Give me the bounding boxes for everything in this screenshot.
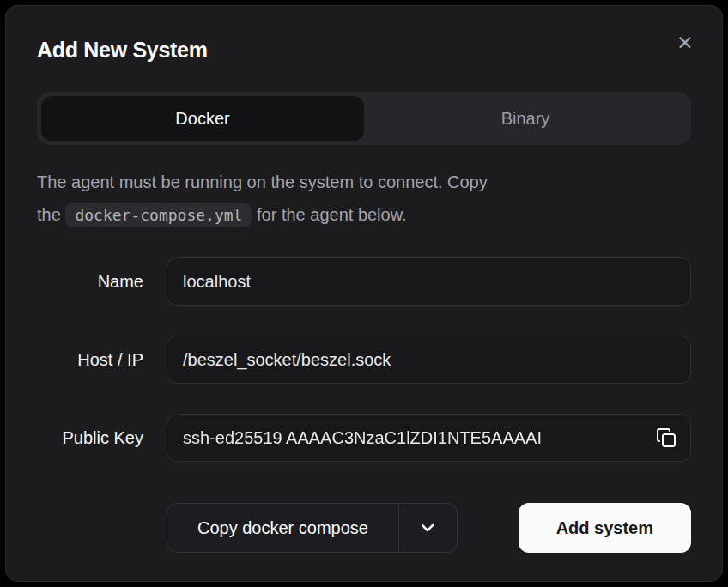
- add-system-dialog: Add New System ✕ Docker Binary The agent…: [5, 5, 723, 582]
- host-input[interactable]: [167, 336, 691, 384]
- close-icon: ✕: [676, 32, 693, 54]
- tab-binary[interactable]: Binary: [364, 96, 687, 141]
- dialog-title: Add New System: [37, 35, 691, 64]
- close-button[interactable]: ✕: [670, 28, 700, 57]
- description-line2-before: the: [37, 205, 61, 224]
- footer-spacer: [37, 503, 143, 553]
- tab-docker[interactable]: Docker: [41, 96, 364, 141]
- name-field-row: Name: [37, 257, 691, 306]
- public-key-label: Public Key: [37, 428, 143, 448]
- add-system-form: Name Host / IP Public Key ssh-ed25519 AA…: [37, 257, 691, 462]
- name-input[interactable]: [167, 257, 691, 306]
- copy-public-key-button[interactable]: [650, 421, 682, 454]
- description-line1: The agent must be running on the system …: [37, 172, 488, 191]
- public-key-field-row: Public Key ssh-ed25519 AAAAC3NzaC1lZDI1N…: [37, 414, 691, 462]
- dialog-footer: Copy docker compose Add system: [37, 503, 691, 553]
- dialog-description: The agent must be running on the system …: [37, 166, 691, 232]
- copy-docker-compose-button[interactable]: Copy docker compose: [167, 504, 398, 552]
- host-field-row: Host / IP: [37, 336, 691, 384]
- add-system-button[interactable]: Add system: [519, 503, 691, 553]
- public-key-value: ssh-ed25519 AAAAC3NzaC1lZDI1NTE5AAAAI: [183, 428, 646, 448]
- host-label: Host / IP: [37, 350, 143, 370]
- public-key-input[interactable]: ssh-ed25519 AAAAC3NzaC1lZDI1NTE5AAAAI: [167, 414, 691, 462]
- chevron-down-icon: [417, 517, 438, 538]
- tab-bar: Docker Binary: [37, 92, 691, 145]
- name-label: Name: [37, 272, 143, 292]
- copy-icon: [656, 427, 676, 448]
- footer-actions: Copy docker compose Add system: [167, 503, 691, 553]
- copy-compose-split-button: Copy docker compose: [167, 503, 458, 553]
- copy-compose-dropdown-button[interactable]: [398, 504, 457, 552]
- description-line2-after: for the agent below.: [257, 205, 407, 224]
- docker-compose-code: docker-compose.yml: [65, 203, 252, 227]
